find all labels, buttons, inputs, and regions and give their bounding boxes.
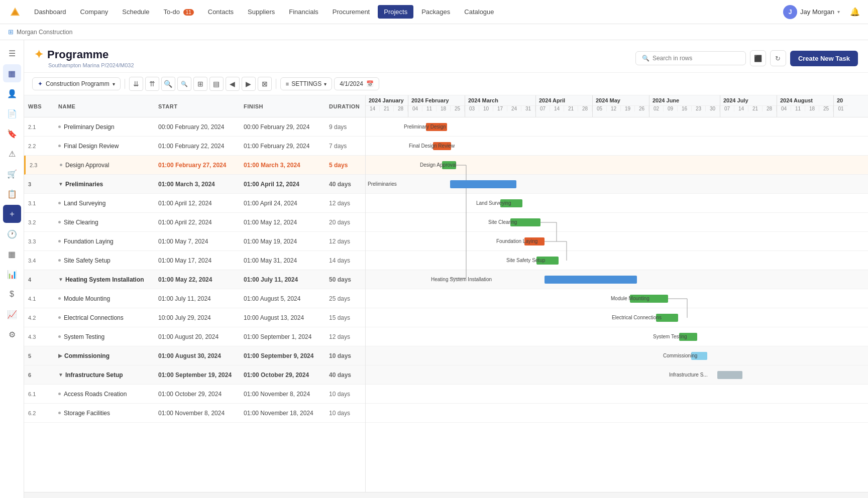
cell-wbs: 6.1 — [24, 391, 54, 397]
nav-contacts[interactable]: Contacts — [202, 5, 240, 19]
fit-btn[interactable]: ⊞ — [193, 77, 207, 91]
view-btn[interactable]: ▤ — [209, 77, 224, 91]
sidebar-icon-cart[interactable]: 🛒 — [3, 165, 21, 183]
cell-start: 01:00 October 29, 2024 — [154, 391, 240, 398]
arrow-left-btn[interactable]: ◀ — [226, 77, 240, 91]
day-label: 21 — [380, 106, 394, 111]
day-label: 21 — [748, 106, 763, 111]
cell-start: 01:00 February 22, 2024 — [154, 143, 240, 150]
table-row: 4 ▼ Heating System Installation 01:00 Ma… — [24, 270, 365, 289]
month-label-may: 2024 May — [593, 95, 649, 106]
day-label: 31 — [521, 106, 535, 111]
cell-finish: 01:00 October 29, 2024 — [240, 371, 325, 379]
breadcrumb-text: Morgan Construction — [17, 29, 72, 36]
sidebar-icon-add[interactable]: ＋ — [3, 205, 21, 223]
gantt-row — [366, 194, 868, 213]
nav-projects[interactable]: Projects — [378, 5, 413, 19]
cell-finish: 01:00 May 19, 2024 — [240, 238, 325, 245]
collapse-all-btn[interactable]: ⇊ — [129, 77, 143, 91]
gantt-row — [366, 213, 868, 232]
table-row: 6 ▼ Infrastructure Setup 01:00 September… — [24, 365, 365, 385]
nav-catalogue[interactable]: Catalogue — [458, 5, 500, 19]
nav-todo[interactable]: To-do 11 — [157, 5, 199, 19]
cell-name: ▶ Commissioning — [54, 352, 154, 359]
cell-name: Land Surveying — [54, 200, 154, 207]
sidebar-icon-clipboard[interactable]: 📋 — [3, 185, 21, 203]
sidebar-icon-bookmark[interactable]: 🔖 — [3, 125, 21, 143]
nav-financials[interactable]: Financials — [283, 5, 324, 19]
nav-company[interactable]: Company — [74, 5, 115, 19]
table-row: 2.1 Preliminary Design 00:00 February 20… — [24, 117, 365, 137]
gantt-row — [366, 175, 868, 194]
cell-wbs: 6 — [24, 372, 54, 378]
expand-icon[interactable]: ▼ — [58, 181, 63, 187]
search-input[interactable] — [653, 55, 733, 62]
nav-suppliers[interactable]: Suppliers — [242, 5, 281, 19]
refresh-btn[interactable]: ↻ — [770, 50, 786, 66]
sidebar-icon-grid[interactable]: ▦ — [3, 64, 21, 82]
cell-name: ▼ Heating System Installation — [54, 276, 154, 283]
day-label: 07 — [720, 106, 734, 111]
search-box[interactable]: 🔍 — [635, 51, 746, 65]
day-label: 14 — [734, 106, 748, 111]
nav-procurement[interactable]: Procurement — [327, 5, 376, 19]
cell-name: Site Safety Setup — [54, 257, 154, 264]
cell-duration: 10 days — [325, 391, 365, 398]
create-new-task-button[interactable]: Create New Task — [790, 51, 858, 66]
toolbar: ✦ Construction Programm ▾ ⇊ ⇈ 🔍 🔍 ⊞ ▤ ◀ … — [24, 73, 868, 95]
sidebar-icon-trend[interactable]: 📈 — [3, 305, 21, 323]
expand-all-btn[interactable]: ⇈ — [145, 77, 159, 91]
zoom-out-btn[interactable]: 🔍 — [177, 77, 191, 91]
gantt-chart[interactable]: 2024 January 14 21 28 2024 February 04 — [366, 95, 868, 492]
cell-finish: 01:00 September 9, 2024 — [240, 352, 325, 359]
cell-duration: 7 days — [325, 143, 365, 150]
zoom-in-btn[interactable]: 🔍 — [161, 77, 175, 91]
app-logo[interactable] — [8, 5, 22, 19]
sidebar-icon-doc[interactable]: 📄 — [3, 104, 21, 122]
cell-finish: 01:00 May 31, 2024 — [240, 257, 325, 264]
sidebar-icon-clock[interactable]: 🕐 — [3, 225, 21, 243]
expand-icon[interactable]: ▶ — [58, 353, 62, 358]
cell-wbs: 5 — [24, 353, 54, 359]
sidebar-icon-people[interactable]: 👤 — [3, 84, 21, 102]
nav-dashboard[interactable]: Dashboard — [28, 5, 72, 19]
cell-finish: 00:00 February 29, 2024 — [240, 123, 325, 131]
row-dot — [58, 335, 61, 338]
bottom-scrollbar[interactable] — [24, 492, 868, 498]
cell-wbs: 2.2 — [24, 143, 54, 149]
month-label-aug: 2024 August — [777, 95, 833, 106]
day-label: 14 — [550, 106, 564, 111]
sidebar-icon-alert[interactable]: ⚠ — [3, 145, 21, 163]
expand-icon[interactable]: ▼ — [58, 372, 63, 378]
sidebar-icon-chart[interactable]: 📊 — [3, 265, 21, 283]
arrow-right-btn[interactable]: ▶ — [242, 77, 256, 91]
nav-schedule[interactable]: Schedule — [116, 5, 155, 19]
day-label: 23 — [692, 106, 706, 111]
sidebar-icon-dollar[interactable]: $ — [3, 285, 21, 303]
day-label: 19 — [621, 106, 635, 111]
day-label: 05 — [593, 106, 607, 111]
month-label-jul: 2024 July — [720, 95, 777, 106]
cell-name: System Testing — [54, 333, 154, 340]
day-label: 25 — [451, 106, 465, 111]
day-label: 25 — [819, 106, 833, 111]
nav-packages[interactable]: Packages — [415, 5, 456, 19]
programme-dropdown[interactable]: ✦ Construction Programm ▾ — [32, 77, 121, 90]
search-icon: 🔍 — [642, 55, 649, 62]
cell-name: Access Roads Creation — [54, 391, 154, 398]
sidebar-icon-menu[interactable]: ☰ — [3, 44, 21, 62]
expand-icon[interactable]: ▼ — [58, 277, 63, 282]
sidebar-icon-grid2[interactable]: ▦ — [3, 245, 21, 263]
settings-btn[interactable]: ≡ SETTINGS ▾ — [280, 77, 332, 90]
date-picker-btn[interactable]: 4/1/2024 📅 — [334, 77, 379, 90]
sidebar-icon-settings[interactable]: ⚙ — [3, 325, 21, 343]
bell-icon[interactable]: 🔔 — [850, 7, 860, 17]
expand-view-btn[interactable]: ⊠ — [258, 77, 272, 91]
table-row: 4.1 Module Mounting 01:00 July 11, 2024 … — [24, 289, 365, 308]
cell-start: 01:00 August 20, 2024 — [154, 333, 240, 340]
row-dot — [58, 316, 61, 319]
export-btn[interactable]: ⬛ — [750, 50, 766, 66]
day-label: 10 — [479, 106, 493, 111]
user-menu[interactable]: J Jay Morgan ▾ — [779, 3, 844, 21]
table-row: 5 ▶ Commissioning 01:00 August 30, 2024 … — [24, 346, 365, 365]
